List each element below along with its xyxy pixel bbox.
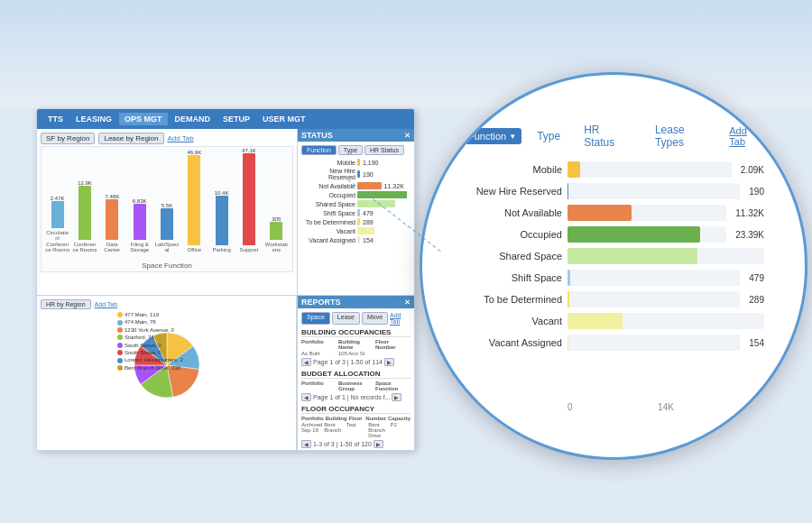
zoom-bar-fill	[567, 205, 632, 221]
bar-group: 2.47KCirculation/ Conference Rooms	[45, 196, 69, 253]
status-bar-row: Shared Space	[301, 200, 411, 207]
nav-user[interactable]: USER MGT	[257, 113, 311, 125]
pie-legend-dot	[117, 327, 123, 333]
report-cell: Bent Branch Drive	[368, 422, 388, 438]
status-bar-fill	[357, 159, 360, 166]
zoom-bar-row: Occupied23.39K	[463, 226, 764, 243]
nav-ops[interactable]: OPS MGT	[119, 113, 168, 125]
zoom-bar-row: Shift Space479	[463, 270, 764, 286]
bar-label: Data Center	[100, 242, 125, 253]
report-pagination: ◀Page 1 of 1 | No records f...▶	[301, 393, 411, 401]
status-tab-function[interactable]: Function	[301, 145, 337, 155]
page-next-btn[interactable]: ▶	[392, 393, 401, 401]
bar-value: 305	[272, 216, 281, 222]
status-close-icon[interactable]: ✕	[404, 132, 411, 140]
zoom-tabs: Function ▼ Type HR Status Lease Types Ad…	[463, 120, 764, 152]
bar-label: Office	[188, 247, 202, 253]
pie-legend-label: 1230 York Avenue, 0	[125, 326, 174, 334]
pie-legend-dot	[117, 312, 123, 317]
zoom-tab-hr-status[interactable]: HR Status	[576, 120, 640, 152]
chart-x-label: Space Function	[142, 262, 192, 270]
reports-add-tab[interactable]: Add Tab	[390, 312, 411, 325]
page-prev-btn[interactable]: ◀	[301, 440, 311, 448]
bar-group: 7.46KData Center	[100, 194, 125, 253]
nav-leasing[interactable]: LEASING	[70, 113, 117, 125]
reports-content: BUILDING OCCUPANCIESPortfolioBuilding Na…	[301, 328, 411, 448]
pie-legend-item: South Stowe, 0	[117, 349, 183, 356]
sf-region-tab[interactable]: SF by Region	[41, 133, 95, 144]
lease-region-tab[interactable]: Lease by Region	[98, 133, 163, 144]
top-add-tab[interactable]: Add Tab	[168, 134, 194, 142]
zoom-bar-value: 11.32K	[735, 208, 764, 218]
bottom-add-tab[interactable]: Add Tab	[95, 301, 118, 307]
page-info: Page 1 of 1 | No records f...	[313, 394, 390, 400]
page-next-btn[interactable]: ▶	[384, 358, 394, 366]
bar-group: 5.5KLab/Special	[154, 203, 179, 253]
bar-value: 5.5K	[161, 203, 172, 208]
status-bar-value: 479	[363, 210, 374, 216]
bar-value: 7.46K	[105, 194, 119, 199]
zoom-bar-row: Shared Space	[463, 248, 764, 264]
pie-legend-dot	[117, 320, 123, 326]
status-bar-row: Vacant	[301, 227, 411, 234]
dropdown-arrow-icon: ▼	[509, 133, 516, 141]
page-next-btn[interactable]: ▶	[374, 440, 383, 448]
reports-tab-move[interactable]: Move	[362, 312, 388, 325]
report-data-row: As Built105 Ann St	[301, 351, 411, 356]
hr-region-tab[interactable]: HR by Region	[41, 299, 91, 309]
reports-tab-lease[interactable]: Lease	[332, 312, 360, 325]
bar-label: Circulation/ Conference Rooms	[45, 230, 69, 253]
nav-tts[interactable]: TTS	[42, 113, 69, 125]
report-col-header: Portfolio	[301, 339, 337, 350]
status-bar-fill	[357, 182, 382, 189]
zoom-add-tab[interactable]: Add Tab	[729, 125, 764, 147]
report-cell	[375, 351, 411, 356]
status-tab-type[interactable]: Type	[338, 145, 363, 155]
nav-setup[interactable]: SETUP	[217, 113, 255, 125]
status-bar-label: Shared Space	[301, 201, 355, 207]
zoom-bar-value: 154	[749, 338, 764, 348]
pie-legend-item: 477 Main, 119	[117, 311, 183, 318]
zoom-bar-fill	[567, 335, 568, 351]
zoom-inner: Function ▼ Type HR Status Lease Types Ad…	[463, 120, 764, 412]
zoom-bar-fill	[567, 313, 623, 329]
pie-legend-label: London Headquarters, 2	[125, 356, 183, 363]
reports-tab-space[interactable]: Space	[301, 312, 330, 325]
status-bar-value: 190	[363, 171, 374, 178]
zoom-tab-type[interactable]: Type	[529, 126, 568, 146]
bar-rect	[161, 208, 173, 240]
status-bar-fill	[357, 227, 374, 234]
report-section-title: BUILDING OCCUPANCIES	[301, 328, 411, 337]
zoom-bar-row: Mobile2.09K	[463, 161, 764, 178]
zoom-chart: Mobile2.09KNew Hire Reserved190Not Avail…	[463, 161, 764, 399]
pie-legend-dot	[117, 358, 123, 363]
report-header-row: PortfolioBuilding NameFloor Number	[301, 339, 411, 350]
zoom-tab-function[interactable]: Function ▼	[463, 128, 521, 144]
zoom-bar-label: Vacant Assigned	[463, 337, 562, 348]
page-prev-btn[interactable]: ◀	[301, 358, 311, 366]
report-section-title: BUDGET ALLOCATION	[301, 370, 411, 379]
pie-legend-item: South Stowe, 0	[117, 342, 183, 349]
status-tab-hr[interactable]: HR Status	[364, 145, 404, 155]
report-col-header: Portfolio	[301, 416, 324, 421]
status-bar-label: Not Available	[301, 183, 355, 189]
zoom-tab-lease-types[interactable]: Lease Types	[647, 120, 722, 152]
report-cell: 105 Ann St	[338, 351, 374, 356]
page-prev-btn[interactable]: ◀	[301, 393, 311, 401]
bar-group: 6.83KFiling & Storage	[127, 198, 152, 253]
status-bar-label: To be Determined	[301, 219, 355, 225]
report-pagination: ◀1-3 of 3 | 1-50 of 120▶	[301, 440, 411, 448]
pie-legend-dot	[117, 343, 123, 348]
zoom-bar-value: 479	[749, 273, 764, 283]
status-bars-container: Mobile1,190New Hire Reserved190Not Avail…	[301, 159, 411, 243]
nav-demand[interactable]: DEMAND	[170, 113, 217, 125]
zoom-bar-row: New Hire Reserved190	[463, 183, 764, 199]
pie-legend-label: 477 Main, 119	[125, 311, 159, 318]
zoom-bar-label: To be Determined	[463, 294, 562, 305]
reports-close-icon[interactable]: ✕	[404, 298, 411, 307]
report-pagination: ◀Page 1 of 3 | 1-50 of 114▶	[301, 358, 411, 366]
bar-group: 46.9KOffice	[182, 150, 207, 253]
pie-legend-item: 474 Main, 78	[117, 318, 183, 326]
zoom-bar-track	[567, 291, 740, 307]
bar-group: 10.4KParking	[209, 190, 234, 253]
